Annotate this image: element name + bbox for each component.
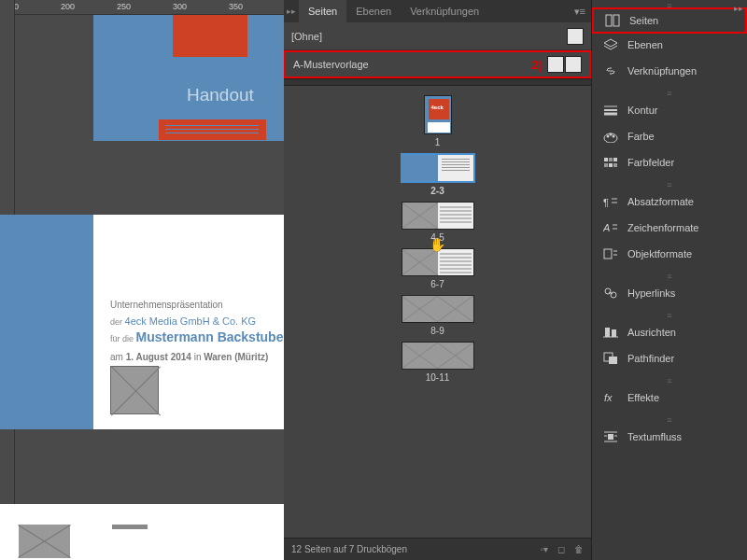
dock-verknuepfungen[interactable]: Verknüpfungen (592, 58, 747, 84)
svg-point-7 (610, 133, 613, 136)
stroke-icon (603, 103, 618, 118)
character-styles-icon: A (603, 220, 618, 235)
dock-effekte[interactable]: fx Effekte (592, 385, 747, 411)
tab-pages[interactable]: Seiten (299, 0, 346, 22)
thumb-page-1[interactable]: 1 (424, 95, 452, 147)
image-placeholder-icon[interactable] (110, 366, 159, 414)
pages-icon (605, 13, 620, 28)
dock-objektformate[interactable]: Objektformate (592, 241, 747, 267)
dock-farbe[interactable]: Farbe (592, 123, 747, 149)
handout-title: Handout (187, 85, 254, 105)
master-a-mustervorlage[interactable]: A-Mustervorlage 2) (284, 50, 591, 78)
master-thumb-icon (567, 28, 584, 45)
document-canvas[interactable]: 150 200 250 300 350 Handout Unternehmens… (0, 0, 284, 560)
swatches-icon (603, 155, 618, 170)
pathfinder-icon (603, 351, 618, 366)
dock-seiten[interactable]: Seiten (592, 7, 747, 34)
svg-rect-33 (608, 434, 613, 440)
master-spread-thumb-icon (547, 56, 582, 73)
right-panel-dock: ▸▸ Seiten Ebenen Verknüpfungen Kontur Fa… (591, 0, 747, 560)
dock-ebenen[interactable]: Ebenen (592, 32, 747, 58)
layers-icon (603, 37, 618, 52)
svg-rect-12 (604, 163, 608, 167)
panel-tabs: ▸▸ Seiten Ebenen Verknüpfungen ▾≡ (284, 0, 591, 22)
dock-ausrichten[interactable]: Ausrichten (592, 319, 747, 345)
svg-point-6 (607, 135, 610, 138)
svg-point-8 (613, 135, 615, 138)
page-3-preview[interactable]: Unternehmenspräsentation der 4eck Media … (93, 215, 284, 429)
svg-text:fx: fx (604, 392, 613, 403)
pages-panel: ▸▸ Seiten Ebenen Verknüpfungen ▾≡ [Ohne]… (284, 0, 591, 560)
flyout-menu-icon[interactable]: ▾≡ (569, 6, 591, 18)
edit-page-size-icon[interactable]: ▫▾ (540, 544, 548, 554)
page-2-preview[interactable] (0, 215, 93, 429)
align-icon (603, 325, 618, 340)
panel-divider[interactable] (284, 78, 591, 86)
paragraph-styles-icon: ¶ (603, 194, 618, 209)
effects-icon: fx (603, 390, 618, 405)
thumb-spread-8-9[interactable]: 8-9 (402, 295, 474, 336)
annotation-badge: 2) (531, 58, 543, 72)
delete-page-icon[interactable]: 🗑 (574, 544, 584, 554)
page-thumbnails[interactable]: 1 ✋ 2-3 4-5 6-7 (284, 86, 591, 538)
hand-cursor-icon: ✋ (430, 237, 445, 252)
page-5-preview[interactable] (93, 504, 284, 560)
expand-icon[interactable]: ▸▸ (284, 7, 299, 16)
links-icon (603, 63, 618, 78)
tab-links[interactable]: Verknüpfungen (401, 0, 488, 22)
svg-rect-27 (605, 328, 610, 337)
panel-footer: 12 Seiten auf 7 Druckbögen ▫▾ ◻ 🗑 (284, 538, 591, 560)
new-page-icon[interactable]: ◻ (557, 544, 565, 554)
master-pages-section: [Ohne] A-Mustervorlage 2) (284, 22, 591, 78)
dock-textumfluss[interactable]: Textumfluss (592, 424, 747, 450)
hyperlinks-icon (603, 286, 618, 301)
presentation-text: Unternehmenspräsentation der 4eck Media … (110, 299, 283, 364)
dock-pathfinder[interactable]: Pathfinder (592, 345, 747, 371)
dock-kontur[interactable]: Kontur (592, 97, 747, 123)
dock-hyperlinks[interactable]: Hyperlinks (592, 280, 747, 306)
page-1-preview[interactable]: Handout (93, 15, 284, 141)
collapse-dock-icon[interactable]: ▸▸ (734, 4, 743, 13)
svg-rect-1 (613, 15, 619, 26)
svg-rect-14 (613, 163, 617, 167)
page-count-status: 12 Seiten auf 7 Druckbögen (291, 544, 407, 554)
page-4-preview[interactable] (0, 504, 93, 560)
dock-zeichenformate[interactable]: A Zeichenformate (592, 215, 747, 241)
svg-rect-0 (606, 15, 612, 26)
svg-rect-28 (612, 329, 616, 337)
svg-rect-9 (604, 158, 608, 161)
svg-rect-31 (609, 357, 617, 364)
dock-absatzformate[interactable]: ¶ Absatzformate (592, 189, 747, 215)
ruler-horizontal[interactable]: 150 200 250 300 350 (0, 0, 284, 15)
thumb-spread-6-7[interactable]: 6-7 (402, 248, 474, 289)
thumb-spread-2-3[interactable]: 2-3 (401, 153, 475, 196)
svg-rect-21 (604, 249, 612, 259)
dock-farbfelder[interactable]: Farbfelder (592, 149, 747, 175)
object-styles-icon (603, 246, 618, 261)
tab-layers[interactable]: Ebenen (346, 0, 401, 22)
master-none[interactable]: [Ohne] (284, 22, 591, 50)
svg-rect-10 (609, 158, 613, 161)
thumb-spread-10-11[interactable]: 10-11 (402, 342, 474, 383)
svg-text:¶: ¶ (603, 197, 609, 208)
color-icon (603, 129, 618, 144)
textwrap-icon (603, 429, 618, 444)
svg-text:A: A (603, 222, 610, 233)
svg-rect-13 (609, 163, 613, 167)
svg-rect-11 (613, 158, 617, 161)
